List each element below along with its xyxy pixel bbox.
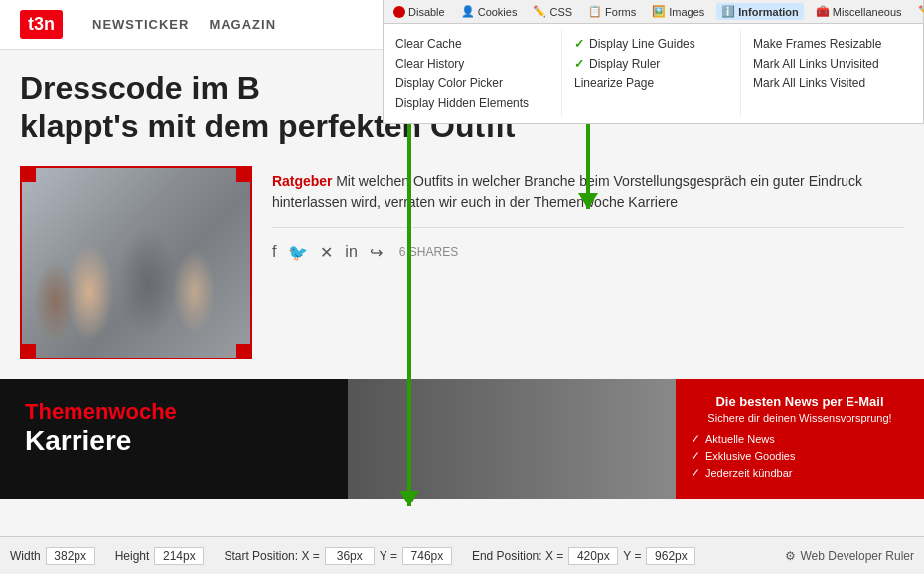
start-x-value: 36px: [325, 547, 375, 565]
banner-right-subtitle: Sichere dir deinen Wissensvorsprung!: [691, 412, 909, 424]
corner-marker-tr: [236, 166, 252, 182]
devtools-btn-information[interactable]: ℹ️ Information: [716, 3, 804, 20]
status-end-position: End Position: X = 420px Y = 962px: [472, 547, 696, 565]
devtools-btn-outline[interactable]: ✏️ Outline: [914, 4, 924, 19]
linkedin-icon[interactable]: in: [345, 243, 357, 261]
menu-clear-cache[interactable]: Clear Cache: [395, 34, 549, 54]
corner-marker-br: [236, 344, 252, 359]
height-value: 214px: [154, 547, 204, 565]
banner-left: Themenwoche Karriere: [0, 379, 348, 499]
article-text: Mit welchen Outfits in welcher Branche b…: [272, 173, 862, 210]
status-bar: Width 382px Height 214px Start Position:…: [0, 536, 924, 574]
outline-icon: ✏️: [918, 5, 924, 18]
xing-icon[interactable]: ✕: [320, 243, 333, 262]
social-bar: f 🐦 ✕ in ↪ 6 SHARES: [272, 227, 904, 262]
banner-red-title: Themenwoche: [25, 399, 323, 425]
banner-items: ✓ Aktuelle News ✓ Exklusive Goodies ✓ Je…: [691, 432, 909, 480]
misc-icon: 🧰: [816, 5, 830, 18]
css-icon: ✏️: [533, 5, 546, 18]
bottom-banner: Themenwoche Karriere Die besten News per…: [0, 379, 924, 499]
menu-clear-history[interactable]: Clear History: [395, 54, 549, 73]
start-y-label: Y =: [380, 549, 397, 563]
menu-display-ruler[interactable]: ✓ Display Ruler: [574, 54, 728, 73]
ruler-label: Web Developer Ruler: [801, 549, 915, 563]
checkmark-2: ✓: [691, 466, 700, 480]
end-y-value: 962px: [646, 547, 695, 565]
status-height: Height 214px: [115, 547, 205, 565]
banner-middle-image: [348, 379, 676, 499]
banner-right-title: Die besten News per E-Mail: [691, 394, 909, 409]
banner-right: Die besten News per E-Mail Sichere dir d…: [676, 379, 924, 499]
nav-magazin[interactable]: MAGAZIN: [209, 17, 276, 32]
nav-links: NEWSTICKER MAGAZIN: [92, 17, 276, 32]
width-value: 382px: [46, 547, 95, 565]
end-x-value: 420px: [568, 547, 618, 565]
site-logo: t3n: [20, 10, 63, 39]
status-width: Width 382px: [10, 547, 95, 565]
banner-white-title: Karriere: [25, 425, 323, 457]
green-arrow-down: [407, 60, 411, 506]
corner-marker-bl: [20, 344, 36, 359]
images-icon: 🖼️: [652, 5, 666, 18]
devtools-dropdown: Clear Cache Clear History Display Color …: [384, 24, 923, 123]
image-overlay: [20, 166, 252, 359]
menu-display-hidden-elements[interactable]: Display Hidden Elements: [395, 93, 549, 113]
status-gear: ⚙ Web Developer Ruler: [785, 549, 915, 563]
devtools-btn-images[interactable]: 🖼️ Images: [648, 4, 708, 19]
banner-item-0: ✓ Aktuelle News: [691, 432, 909, 446]
share-icon[interactable]: ↪: [370, 243, 383, 262]
checkmark-1: ✓: [691, 449, 700, 463]
corner-marker-tl: [20, 166, 36, 182]
check-ruler: ✓: [574, 57, 584, 71]
devtools-btn-misc[interactable]: 🧰 Miscellaneous: [812, 4, 906, 19]
status-start-position: Start Position: X = 36px Y = 746px: [224, 547, 452, 565]
end-label: End Position: X =: [472, 549, 563, 563]
dropdown-col-1: Clear Cache Clear History Display Color …: [384, 30, 562, 117]
cookies-icon: 👤: [461, 5, 475, 18]
information-icon: ℹ️: [721, 5, 735, 18]
dropdown-col-3: Make Frames Resizable Mark All Links Unv…: [741, 30, 920, 117]
nav-newsticker[interactable]: NEWSTICKER: [92, 17, 189, 32]
checkmark-0: ✓: [691, 432, 700, 446]
article-label: Ratgeber: [272, 173, 333, 189]
start-label: Start Position: X =: [224, 549, 319, 563]
devtools-bar: Disable 👤 Cookies ✏️ CSS 📋 Forms 🖼️ Imag…: [383, 0, 924, 124]
menu-make-frames-resizable[interactable]: Make Frames Resizable: [753, 34, 908, 54]
width-label: Width: [10, 549, 41, 563]
menu-display-line-guides[interactable]: ✓ Display Line Guides: [574, 34, 728, 54]
devtools-btn-cookies[interactable]: 👤 Cookies: [457, 4, 522, 19]
facebook-icon[interactable]: f: [272, 243, 276, 261]
banner-item-2: ✓ Jederzeit kündbar: [691, 466, 909, 480]
menu-display-color-picker[interactable]: Display Color Picker: [395, 73, 549, 93]
article-image: [20, 166, 252, 359]
twitter-icon[interactable]: 🐦: [288, 243, 308, 262]
dropdown-col-2: ✓ Display Line Guides ✓ Display Ruler Li…: [562, 30, 741, 117]
article-content: Ratgeber Mit welchen Outfits in welcher …: [20, 166, 904, 359]
devtools-btn-css[interactable]: ✏️ CSS: [529, 4, 576, 19]
height-label: Height: [115, 549, 150, 563]
devtools-btn-forms[interactable]: 📋 Forms: [584, 4, 640, 19]
disable-icon: [393, 6, 405, 18]
devtools-toolbar: Disable 👤 Cookies ✏️ CSS 📋 Forms 🖼️ Imag…: [384, 0, 923, 24]
end-y-label: Y =: [623, 549, 641, 563]
forms-icon: 📋: [588, 5, 602, 18]
start-y-value: 746px: [402, 547, 452, 565]
image-placeholder: [20, 166, 252, 359]
menu-mark-links-visited[interactable]: Mark All Links Visited: [753, 73, 908, 93]
menu-mark-links-unvisited[interactable]: Mark All Links Unvisited: [753, 54, 908, 73]
devtools-btn-disable[interactable]: Disable: [389, 5, 449, 19]
menu-linearize-page[interactable]: Linearize Page: [574, 73, 728, 93]
banner-item-1: ✓ Exklusive Goodies: [691, 449, 909, 463]
check-line-guides: ✓: [574, 37, 584, 51]
gear-icon[interactable]: ⚙: [785, 549, 796, 563]
